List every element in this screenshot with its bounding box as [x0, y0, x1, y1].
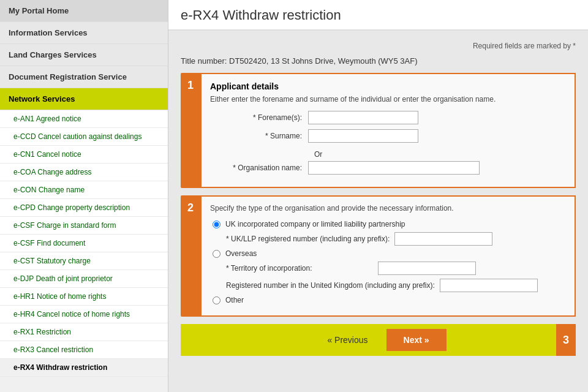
- section-2-number: 2: [181, 195, 200, 317]
- forename-label: * Forename(s):: [210, 113, 308, 122]
- radio-uk-company-label: UK incorporated company or limited liabi…: [225, 220, 405, 228]
- section-1-number: 1: [181, 73, 200, 188]
- nav-footer: « Previous Next » 3: [181, 324, 576, 356]
- sidebar-sub-e-RX3[interactable]: e-RX3 Cancel restriction: [0, 341, 168, 359]
- territory-label: * Territory of incorporation:: [226, 264, 373, 273]
- forename-row: * Forename(s):: [210, 111, 566, 124]
- sidebar-sub-e-AN1[interactable]: e-AN1 Agreed notice: [0, 110, 168, 128]
- sidebar-sub-e-CCD[interactable]: e-CCD Cancel caution against dealings: [0, 128, 168, 146]
- next-button[interactable]: Next »: [386, 329, 447, 351]
- forename-input[interactable]: [308, 111, 418, 124]
- sidebar-sub-e-HR1[interactable]: e-HR1 Notice of home rights: [0, 288, 168, 306]
- sidebar: My Portal HomeInformation ServicesLand C…: [0, 0, 168, 392]
- radio-uk-company[interactable]: [213, 221, 221, 228]
- main-content: e-RX4 Withdraw restriction Required fiel…: [168, 0, 588, 392]
- sidebar-sub-e-DJP[interactable]: e-DJP Death of joint proprietor: [0, 270, 168, 288]
- registered-number-input[interactable]: [440, 279, 538, 292]
- surname-label: * Surname:: [210, 132, 308, 140]
- org-name-row: * Organisation name:: [210, 161, 566, 175]
- radio-overseas-label: Overseas: [225, 249, 257, 258]
- registered-number-label: Registered number in the United Kingdom …: [226, 281, 435, 290]
- sidebar-sub-e-HR4[interactable]: e-HR4 Cancel notice of home rights: [0, 306, 168, 323]
- uk-llp-number-label: * UK/LLP registered number (including an…: [226, 235, 390, 243]
- uk-llp-number-row: * UK/LLP registered number (including an…: [226, 232, 566, 246]
- sidebar-nav-land-charges-services[interactable]: Land Charges Services: [0, 44, 168, 66]
- radio-other-row: Other: [210, 296, 566, 304]
- sidebar-sub-e-CPD[interactable]: e-CPD Change property description: [0, 199, 168, 217]
- radio-other[interactable]: [213, 296, 221, 304]
- sidebar-sub-e-RX1[interactable]: e-RX1 Restriction: [0, 323, 168, 341]
- page-title: e-RX4 Withdraw restriction: [181, 7, 576, 23]
- sidebar-nav-network-services[interactable]: Network Services: [0, 88, 168, 110]
- page-header: e-RX4 Withdraw restriction: [168, 0, 588, 31]
- radio-overseas[interactable]: [213, 250, 221, 258]
- surname-input[interactable]: [308, 129, 418, 143]
- surname-row: * Surname:: [210, 129, 566, 143]
- or-text: Or: [210, 148, 566, 161]
- section-1-box: Applicant details Either enter the foren…: [200, 73, 576, 188]
- title-number: Title number: DT502420, 13 St Johns Driv…: [181, 53, 576, 73]
- sidebar-sub-e-CSF-charge[interactable]: e-CSF Charge in standard form: [0, 217, 168, 235]
- content-area: Required fields are marked by * Title nu…: [168, 31, 588, 362]
- previous-button[interactable]: « Previous: [310, 329, 385, 351]
- sidebar-sub-e-CST[interactable]: e-CST Statutory charge: [0, 252, 168, 270]
- org-name-label: * Organisation name:: [210, 164, 308, 172]
- registered-number-row: Registered number in the United Kingdom …: [226, 279, 566, 292]
- sidebar-nav-information-services[interactable]: Information Services: [0, 22, 168, 44]
- radio-overseas-row: Overseas: [210, 249, 566, 258]
- sidebar-sub-e-CN1[interactable]: e-CN1 Cancel notice: [0, 146, 168, 164]
- uk-llp-number-input[interactable]: [394, 232, 492, 246]
- required-note: Required fields are marked by *: [181, 37, 576, 53]
- section-2-desc: Specify the type of the organisation and…: [210, 204, 566, 213]
- territory-row: * Territory of incorporation:: [226, 262, 566, 275]
- territory-input[interactable]: [378, 262, 476, 275]
- sidebar-sub-e-COA[interactable]: e-COA Change address: [0, 164, 168, 181]
- section-1-title: Applicant details: [210, 81, 566, 91]
- sidebar-sub-e-CON[interactable]: e-CON Change name: [0, 181, 168, 199]
- sidebar-sub-e-RX4[interactable]: e-RX4 Withdraw restriction: [0, 359, 168, 377]
- section-2-wrapper: 2 Specify the type of the organisation a…: [181, 195, 576, 317]
- sidebar-nav-document-registration-service[interactable]: Document Registration Service: [0, 66, 168, 88]
- section-1-desc: Either enter the forename and surname of…: [210, 95, 566, 104]
- section-1-wrapper: 1 Applicant details Either enter the for…: [181, 73, 576, 188]
- sidebar-nav-my-portal-home[interactable]: My Portal Home: [0, 0, 168, 22]
- radio-uk-company-row: UK incorporated company or limited liabi…: [210, 220, 566, 228]
- org-name-input[interactable]: [308, 161, 480, 175]
- sidebar-sub-e-CSF-find[interactable]: e-CSF Find document: [0, 235, 168, 252]
- radio-other-label: Other: [225, 296, 244, 304]
- section-2-box: Specify the type of the organisation and…: [200, 195, 576, 317]
- section-3-number: 3: [556, 324, 576, 356]
